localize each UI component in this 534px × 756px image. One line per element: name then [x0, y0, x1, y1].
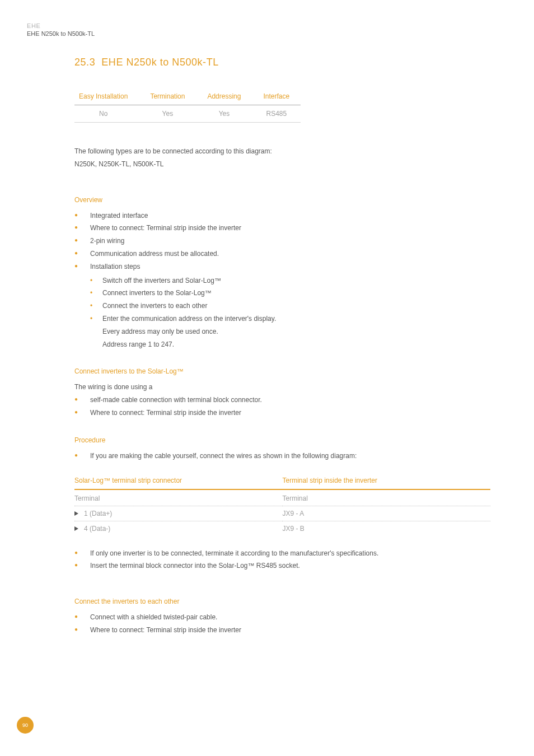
spec-table: Easy Installation Termination Addressing…: [74, 88, 301, 123]
list-item: If only one inverter is to be connected,…: [74, 547, 490, 560]
page-number-badge: 90: [17, 717, 34, 734]
list-item: Enter the communication address on the i…: [74, 312, 490, 351]
spec-cell: No: [74, 105, 139, 123]
procedure-heading: Procedure: [74, 436, 490, 444]
list-item: If you are making the cable yourself, co…: [74, 450, 490, 463]
list-item: Where to connect: Terminal strip inside …: [74, 222, 490, 235]
step-line: Address range 1 to 247.: [102, 338, 490, 351]
procedure-list: If you are making the cable yourself, co…: [74, 450, 490, 463]
wiring-cell: JX9 - A: [283, 506, 491, 521]
list-item: Where to connect: Terminal strip inside …: [74, 624, 490, 637]
list-item: Integrated interface: [74, 209, 490, 222]
spec-header: Termination: [139, 88, 196, 105]
list-item: 2-pin wiring: [74, 235, 490, 248]
connect-sl-intro: The wiring is done using a: [74, 381, 490, 394]
wiring-subheader: Terminal: [283, 489, 491, 506]
spec-header: Interface: [252, 88, 301, 105]
section-title: 25.3 EHE N250k to N500k-TL: [74, 57, 490, 68]
list-item: Communication address must be allocated.: [74, 248, 490, 260]
spec-cell: Yes: [196, 105, 252, 123]
list-item: Switch off the inverters and Solar-Log™: [74, 274, 490, 287]
intro-line: The following types are to be connected …: [74, 145, 490, 158]
intro-text: The following types are to be connected …: [74, 145, 490, 171]
wiring-subheader: Terminal: [74, 489, 283, 506]
header-brand: EHE: [27, 22, 507, 29]
wiring-header: Terminal strip inside the inverter: [283, 477, 491, 489]
list-item: Insert the terminal block connector into…: [74, 559, 490, 572]
list-item: Where to connect: Terminal strip inside …: [74, 407, 490, 419]
connect-sl-heading: Connect inverters to the Solar-Log™: [74, 367, 490, 375]
overview-heading: Overview: [74, 196, 490, 204]
wiring-header: Solar-Log™ terminal strip connector: [74, 477, 283, 489]
step-line: Every address may only be used once.: [102, 325, 490, 338]
overview-steps: Switch off the inverters and Solar-Log™ …: [74, 274, 490, 351]
triangle-icon: [74, 526, 78, 531]
spec-cell: Yes: [139, 105, 196, 123]
triangle-icon: [74, 511, 78, 516]
main-content: 25.3 EHE N250k to N500k-TL Easy Installa…: [74, 57, 490, 637]
list-item: Installation steps: [74, 260, 490, 273]
connect-sl-list: self-made cable connection with terminal…: [74, 394, 490, 419]
connect-each-heading: Connect the inverters to each other: [74, 598, 490, 605]
spec-header: Addressing: [196, 88, 252, 105]
wiring-table: Solar-Log™ terminal strip connector Term…: [74, 477, 490, 536]
list-item: self-made cable connection with terminal…: [74, 394, 490, 407]
list-item: Connect inverters to the Solar-Log™: [74, 287, 490, 300]
wiring-cell: JX9 - B: [283, 521, 491, 536]
section-number: 25.3: [74, 57, 95, 68]
wiring-value: 1 (Data+): [84, 510, 112, 517]
wiring-cell: 4 (Data-): [74, 521, 283, 536]
connect-each-list: Connect with a shielded twisted-pair cab…: [74, 611, 490, 637]
list-item: Connect the inverters to each other: [74, 300, 490, 312]
wiring-cell: 1 (Data+): [74, 506, 283, 521]
spec-cell: RS485: [252, 105, 301, 123]
spec-header: Easy Installation: [74, 88, 139, 105]
wiring-value: 4 (Data-): [84, 525, 110, 533]
after-table-list: If only one inverter is to be connected,…: [74, 547, 490, 573]
overview-list: Integrated interface Where to connect: T…: [74, 209, 490, 273]
step-line: Enter the communication address on the i…: [102, 312, 490, 325]
header-subtitle: EHE N250k to N500k-TL: [27, 30, 507, 37]
section-name: EHE N250k to N500k-TL: [101, 57, 218, 68]
intro-line: N250K, N250K-TL, N500K-TL: [74, 158, 490, 171]
list-item: Connect with a shielded twisted-pair cab…: [74, 611, 490, 624]
